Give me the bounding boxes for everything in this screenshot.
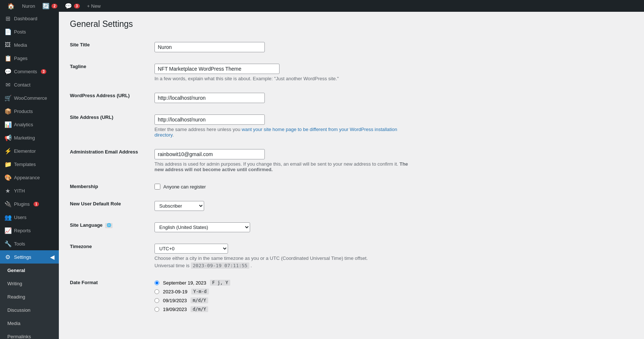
- sidebar-item-media[interactable]: 🖼 Media: [0, 38, 59, 52]
- date-format-radio-df3[interactable]: [154, 298, 159, 303]
- tagline-description: In a few words, explain what this site i…: [154, 76, 416, 81]
- date-format-radio-df4[interactable]: [154, 307, 159, 312]
- sidebar-subitem-reading[interactable]: Reading: [0, 290, 59, 303]
- submenu-label-media: Media: [7, 321, 20, 326]
- sidebar-item-comments[interactable]: 💬 Comments 3: [0, 65, 59, 78]
- site-address-input[interactable]: [154, 114, 265, 125]
- comments-icon: 💬: [4, 68, 11, 75]
- sidebar-label-posts: Posts: [14, 29, 26, 35]
- sidebar-item-settings[interactable]: ⚙ Settings ◀: [0, 250, 59, 264]
- date-format-option-df3: 09/19/2023 m/d/Y: [154, 297, 416, 303]
- sidebar-item-woocommerce[interactable]: 🛒 WooCommerce: [0, 91, 59, 105]
- sidebar-item-products[interactable]: 📦 Products: [0, 105, 59, 118]
- adminbar-updates[interactable]: 🔄 2: [39, 0, 61, 12]
- sidebar-item-yith[interactable]: ★ YITH: [0, 184, 59, 197]
- contact-icon: ✉: [4, 81, 11, 88]
- templates-icon: 📁: [4, 161, 11, 168]
- adminbar-site-name[interactable]: Nuron: [18, 0, 39, 12]
- admin-email-row: Administration Email Address This addres…: [70, 144, 419, 178]
- sidebar-subitem-writing[interactable]: Writing: [0, 277, 59, 290]
- admin-email-desc-text: This address is used for admin purposes.…: [154, 161, 398, 167]
- date-format-radio-df1[interactable]: [154, 280, 159, 285]
- site-title-input[interactable]: [154, 42, 265, 52]
- date-format-label-df1[interactable]: September 19, 2023: [163, 280, 206, 286]
- sidebar-subitem-permalinks[interactable]: Permalinks: [0, 330, 59, 339]
- new-user-role-select[interactable]: SubscriberContributorAuthorEditorAdminis…: [154, 201, 204, 211]
- sidebar-label-plugins: Plugins: [14, 201, 30, 207]
- sidebar-label-dashboard: Dashboard: [14, 16, 38, 21]
- date-format-radio-df2[interactable]: [154, 289, 159, 294]
- date-format-label-df3[interactable]: 09/19/2023: [163, 298, 187, 303]
- admin-email-input[interactable]: [154, 149, 265, 159]
- tagline-row: Tagline In a few words, explain what thi…: [70, 58, 419, 87]
- sidebar-item-plugins[interactable]: 🔌 Plugins 1: [0, 197, 59, 211]
- wp-address-input[interactable]: [154, 93, 265, 103]
- admin-bar: 🏠 Nuron 🔄 2 💬 3 + New: [0, 0, 644, 12]
- submenu-label-permalinks: Permalinks: [7, 334, 31, 339]
- date-format-code-df1: F j, Y: [210, 280, 230, 286]
- admin-email-label: Administration Email Address: [70, 144, 151, 178]
- sidebar-label-elementor: Elementor: [14, 148, 36, 154]
- plugins-icon: 🔌: [4, 201, 11, 208]
- sidebar-item-pages[interactable]: 📋 Pages: [0, 52, 59, 65]
- analytics-icon: 📊: [4, 121, 11, 128]
- wp-icon: 🏠: [7, 3, 15, 10]
- sidebar-subitem-general[interactable]: General: [0, 264, 59, 277]
- date-format-radio-group: September 19, 2023 F j, Y 2023-09-19 Y-m…: [154, 280, 416, 312]
- membership-checkbox-label[interactable]: Anyone can register: [154, 184, 416, 190]
- woocommerce-icon: 🛒: [4, 95, 11, 102]
- site-address-desc-prefix: Enter the same address here unless you: [154, 127, 242, 132]
- wp-address-label: WordPress Address (URL): [70, 87, 151, 109]
- sidebar-label-products: Products: [14, 109, 33, 114]
- settings-icon: ⚙: [4, 254, 11, 261]
- date-format-label-df4[interactable]: 19/09/2023: [163, 307, 187, 312]
- appearance-icon: 🎨: [4, 174, 11, 181]
- date-format-option-df4: 19/09/2023 d/m/Y: [154, 306, 416, 312]
- site-address-label: Site Address (URL): [70, 109, 151, 144]
- site-title-row: Site Title: [70, 36, 419, 58]
- site-language-select[interactable]: English (United States): [154, 222, 250, 232]
- sidebar-item-elementor[interactable]: ⚡ Elementor: [0, 144, 59, 158]
- sidebar-item-contact[interactable]: ✉ Contact: [0, 78, 59, 91]
- sidebar-label-settings: Settings: [14, 254, 31, 260]
- timezone-time-code: 2023-09-19 07:11:55: [191, 262, 249, 269]
- form-table: Site Title Tagline In a few words, expla…: [70, 36, 419, 318]
- adminbar-new[interactable]: + New: [83, 0, 104, 12]
- site-language-row: Site Language 🌐 English (United States): [70, 217, 419, 238]
- sidebar-item-appearance[interactable]: 🎨 Appearance: [0, 171, 59, 184]
- updates-count: 2: [51, 4, 57, 8]
- sidebar-item-posts[interactable]: 📄 Posts: [0, 25, 59, 38]
- sidebar-label-pages: Pages: [14, 56, 28, 61]
- submenu-label-writing: Writing: [7, 281, 22, 286]
- site-name-label: Nuron: [22, 3, 35, 9]
- media-icon: 🖼: [4, 42, 11, 48]
- adminbar-site-icon[interactable]: 🏠: [4, 0, 18, 12]
- page-title: General Settings: [70, 19, 633, 29]
- sidebar-label-appearance: Appearance: [14, 175, 40, 180]
- sidebar-item-dashboard[interactable]: ⊞ Dashboard: [0, 12, 59, 25]
- sidebar-item-marketing[interactable]: 📢 Marketing: [0, 131, 59, 144]
- sidebar-item-analytics[interactable]: 📊 Analytics: [0, 118, 59, 131]
- marketing-icon: 📢: [4, 134, 11, 141]
- date-format-code-df2: Y-m-d: [191, 289, 209, 294]
- comments-icon: 💬: [65, 3, 72, 10]
- site-title-label: Site Title: [70, 36, 151, 58]
- site-address-row: Site Address (URL) Enter the same addres…: [70, 109, 419, 144]
- new-user-role-row: New User Default Role SubscriberContribu…: [70, 195, 419, 217]
- timezone-select[interactable]: UTC+0: [154, 244, 228, 254]
- sidebar-label-woocommerce: WooCommerce: [14, 95, 47, 101]
- tools-icon: 🔧: [4, 240, 11, 247]
- sidebar-subitem-media[interactable]: Media: [0, 317, 59, 330]
- sidebar-subitem-discussion[interactable]: Discussion: [0, 303, 59, 317]
- tagline-input[interactable]: [154, 64, 280, 74]
- main-content: General Settings Site Title Tagline: [59, 12, 644, 339]
- adminbar-comments[interactable]: 💬 3: [61, 0, 83, 12]
- badge-comments: 3: [41, 69, 47, 74]
- sidebar-item-reports[interactable]: 📈 Reports: [0, 224, 59, 237]
- membership-checkbox[interactable]: [154, 184, 160, 190]
- sidebar-item-templates[interactable]: 📁 Templates: [0, 158, 59, 171]
- sidebar-item-users[interactable]: 👥 Users: [0, 211, 59, 224]
- sidebar-item-tools[interactable]: 🔧 Tools: [0, 237, 59, 250]
- date-format-label-df2[interactable]: 2023-09-19: [163, 289, 188, 294]
- sidebar-label-reports: Reports: [14, 228, 31, 233]
